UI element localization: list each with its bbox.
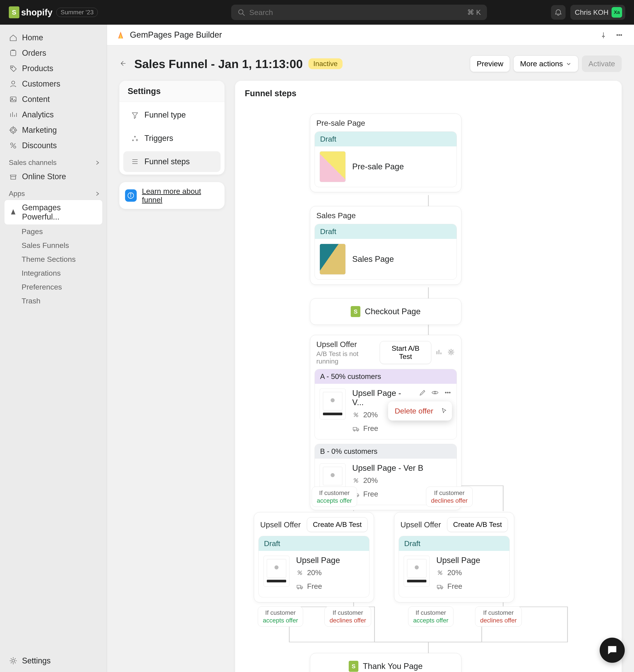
eye-icon — [431, 389, 439, 397]
user-menu[interactable]: Chris KOH Xa — [570, 5, 625, 20]
orders-icon — [9, 49, 18, 57]
subnav-preferences[interactable]: Preferences — [4, 280, 103, 294]
sidebar-item-products[interactable]: Products — [4, 61, 102, 76]
apps-header[interactable]: Apps — [0, 184, 107, 200]
edit-button[interactable] — [418, 389, 426, 398]
chart-button[interactable] — [435, 348, 443, 357]
subnav-trash[interactable]: Trash — [4, 294, 103, 308]
sales-inner-card[interactable]: Draft Sales Page — [315, 224, 457, 280]
discount-value: 20% — [363, 411, 378, 419]
subnav-pages[interactable]: Pages — [4, 224, 103, 238]
avatar: Xa — [612, 7, 622, 18]
subnav-integrations[interactable]: Integrations — [4, 266, 103, 280]
sidebar-item-marketing[interactable]: Marketing — [4, 122, 102, 138]
sales-channels-header[interactable]: Sales channels — [0, 153, 107, 169]
svg-line-1 — [243, 14, 245, 16]
svg-rect-46 — [297, 585, 300, 588]
start-ab-button[interactable]: Start A/B Test — [380, 341, 431, 364]
preview-button[interactable]: Preview — [470, 55, 510, 72]
child-inner-card[interactable]: Draft Upsell Page 20% Free — [259, 536, 369, 597]
sidebar-item-content[interactable]: Content — [4, 92, 102, 107]
svg-line-51 — [438, 571, 442, 575]
pin-icon — [600, 31, 607, 39]
cond-accept: If customeraccepts offer — [312, 487, 357, 507]
svg-point-43 — [298, 571, 300, 573]
settings-funnel-steps[interactable]: Funnel steps — [123, 151, 221, 172]
subnav-sales-funnels[interactable]: Sales Funnels — [4, 238, 103, 252]
more-actions-button[interactable]: More actions — [513, 55, 578, 72]
node-checkout[interactable]: S Checkout Page — [310, 298, 461, 325]
page-name: Sales Page — [352, 255, 394, 264]
presale-inner-card[interactable]: Draft Pre-sale Page — [315, 131, 457, 187]
node-thank-you[interactable]: S Thank You Page — [310, 653, 461, 672]
sidebar-settings[interactable]: Settings — [0, 649, 107, 672]
sidebar-item-home[interactable]: Home — [4, 30, 102, 45]
sparkle-icon — [131, 134, 139, 142]
settings-triggers[interactable]: Triggers — [123, 128, 221, 149]
app-header: GemPages Page Builder — [107, 25, 634, 45]
settings-funnel-type[interactable]: Funnel type — [123, 104, 221, 125]
target-icon — [9, 126, 18, 135]
pin-button[interactable] — [598, 29, 609, 41]
shopify-logo[interactable]: S shopify — [9, 6, 52, 18]
subnav-theme-sections[interactable]: Theme Sections — [4, 252, 103, 266]
arrow-left-icon — [119, 59, 128, 68]
upsell-title: Upsell Offer — [400, 520, 441, 529]
page-name: Pre-sale Page — [352, 162, 404, 171]
overflow-button[interactable] — [444, 389, 452, 398]
back-button[interactable] — [119, 59, 128, 69]
preview-button[interactable] — [431, 389, 439, 398]
svg-point-44 — [300, 573, 302, 575]
svg-point-34 — [445, 392, 446, 393]
dots-icon — [444, 389, 452, 397]
learn-more-link[interactable]: Learn more about funnel — [142, 187, 219, 204]
thank-you-label: Thank You Page — [363, 662, 423, 671]
overflow-button[interactable] — [613, 29, 625, 41]
notifications-button[interactable] — [551, 5, 565, 20]
activate-button[interactable]: Activate — [582, 55, 622, 72]
svg-point-32 — [357, 430, 358, 431]
svg-point-6 — [12, 98, 13, 99]
svg-line-39 — [354, 478, 358, 482]
truck-icon — [352, 425, 360, 432]
variant-b-label: B - 0% customers — [315, 444, 457, 459]
delete-offer-popup[interactable]: Delete offer — [388, 401, 452, 421]
sidebar-item-orders[interactable]: Orders — [4, 45, 102, 61]
child-inner-card[interactable]: Draft Upsell Page 20% Free — [399, 536, 510, 597]
search-field[interactable]: ⌘ K — [231, 5, 487, 20]
svg-rect-52 — [437, 585, 441, 588]
store-icon — [9, 172, 18, 181]
gear-icon — [447, 348, 455, 356]
search-input[interactable] — [249, 8, 467, 17]
truck-icon — [296, 583, 303, 590]
discount-value: 20% — [447, 569, 462, 577]
svg-point-28 — [356, 415, 358, 417]
chart-icon — [435, 348, 443, 356]
page-thumb — [404, 556, 430, 586]
shopify-bag-icon: S — [349, 661, 358, 672]
sidebar-item-gempages[interactable]: Gempages Powerful... — [4, 200, 102, 224]
create-ab-button[interactable]: Create A/B Test — [307, 517, 368, 532]
cond-accept: If customeraccepts offer — [408, 606, 454, 627]
chevron-right-icon — [94, 160, 101, 166]
svg-line-29 — [354, 413, 358, 417]
gempages-logo-icon — [116, 30, 125, 40]
svg-point-53 — [438, 588, 439, 589]
svg-point-18 — [130, 194, 131, 194]
chat-widget[interactable] — [600, 638, 625, 663]
ship-value: Free — [363, 490, 378, 498]
search-icon — [237, 8, 245, 16]
percent-icon — [436, 569, 444, 576]
sidebar-item-discounts[interactable]: Discounts — [4, 138, 102, 153]
sidebar-item-analytics[interactable]: Analytics — [4, 107, 102, 122]
svg-point-38 — [356, 481, 358, 482]
gear-button[interactable] — [447, 348, 455, 357]
sidebar-item-online-store[interactable]: Online Store — [4, 169, 102, 184]
chevron-down-icon — [565, 61, 572, 67]
create-ab-button[interactable]: Create A/B Test — [447, 517, 508, 532]
svg-point-48 — [301, 588, 302, 589]
sidebar-item-customers[interactable]: Customers — [4, 76, 102, 92]
page-name: Upsell Page — [436, 556, 505, 565]
funnel-card-title: Funnel steps — [235, 81, 622, 103]
ab-status: A/B Test is not running — [316, 350, 380, 365]
